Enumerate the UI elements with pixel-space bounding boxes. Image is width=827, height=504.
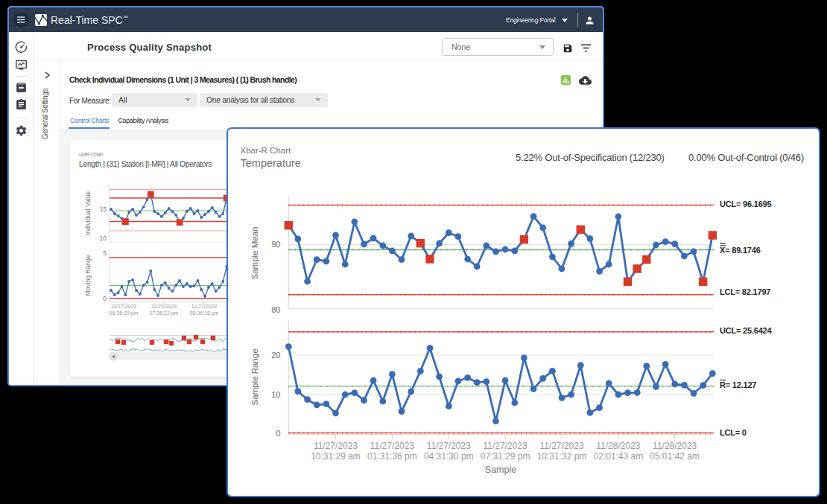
svg-text:11/27/2023: 11/27/2023 bbox=[151, 304, 177, 309]
svg-text:LCL= 0: LCL= 0 bbox=[720, 428, 747, 437]
svg-text:07:31:29 pm: 07:31:29 pm bbox=[481, 451, 530, 462]
svg-text:11/27/2023: 11/27/2023 bbox=[111, 304, 137, 309]
svg-text:11/27/2023: 11/27/2023 bbox=[484, 441, 527, 451]
svg-text:11/27/2023: 11/27/2023 bbox=[427, 441, 471, 451]
svg-text:Sample: Sample bbox=[485, 465, 516, 475]
svg-text:02:01:43 am: 02:01:43 am bbox=[594, 451, 644, 462]
svg-text:08:36:18 pm: 08:36:18 pm bbox=[190, 310, 219, 316]
svg-text:15: 15 bbox=[100, 205, 107, 213]
svg-text:LCL= 82.1797: LCL= 82.1797 bbox=[720, 287, 770, 296]
svg-text:10: 10 bbox=[271, 390, 280, 399]
svg-text:06:36:19 pm: 06:36:19 pm bbox=[110, 310, 139, 316]
svg-text:20: 20 bbox=[271, 351, 280, 360]
svg-text:0: 0 bbox=[276, 429, 280, 438]
svg-text:04:31:30 pm: 04:31:30 pm bbox=[424, 451, 474, 462]
svg-text:10:31:32 pm: 10:31:32 pm bbox=[537, 451, 587, 462]
svg-text:11/28/2023: 11/28/2023 bbox=[653, 441, 697, 451]
svg-text:05:01:42 am: 05:01:42 am bbox=[650, 451, 700, 462]
svg-text:10: 10 bbox=[100, 235, 107, 242]
svg-text:5: 5 bbox=[103, 249, 107, 257]
svg-text:11/28/2023: 11/28/2023 bbox=[596, 441, 640, 451]
svg-text:Moving Range: Moving Range bbox=[84, 255, 92, 296]
svg-text:11/27/2023: 11/27/2023 bbox=[191, 304, 218, 309]
svg-text:80: 80 bbox=[271, 305, 280, 314]
svg-text:90: 90 bbox=[271, 240, 280, 249]
svg-text:01:31:36 pm: 01:31:36 pm bbox=[367, 451, 417, 462]
svg-text:11/27/2023: 11/27/2023 bbox=[539, 441, 583, 451]
svg-text:X= 89.1746: X= 89.1746 bbox=[720, 246, 761, 255]
svg-text:11/27/2023: 11/27/2023 bbox=[370, 441, 414, 451]
svg-text:Individual Value: Individual Value bbox=[84, 191, 92, 236]
svg-text:10:31:29 am: 10:31:29 am bbox=[311, 451, 361, 462]
svg-text:UCL= 25.6424: UCL= 25.6424 bbox=[720, 326, 773, 335]
svg-text:Sample Mean: Sample Mean bbox=[250, 227, 259, 280]
svg-text:07:36:22 pm: 07:36:22 pm bbox=[150, 310, 179, 316]
svg-text:R= 12.127: R= 12.127 bbox=[720, 380, 756, 389]
svg-text:UCL= 96.1695: UCL= 96.1695 bbox=[720, 200, 772, 208]
svg-text:11/27/2023: 11/27/2023 bbox=[314, 441, 358, 451]
svg-text:Sample Range: Sample Range bbox=[250, 348, 259, 405]
svg-text:0: 0 bbox=[103, 295, 107, 302]
